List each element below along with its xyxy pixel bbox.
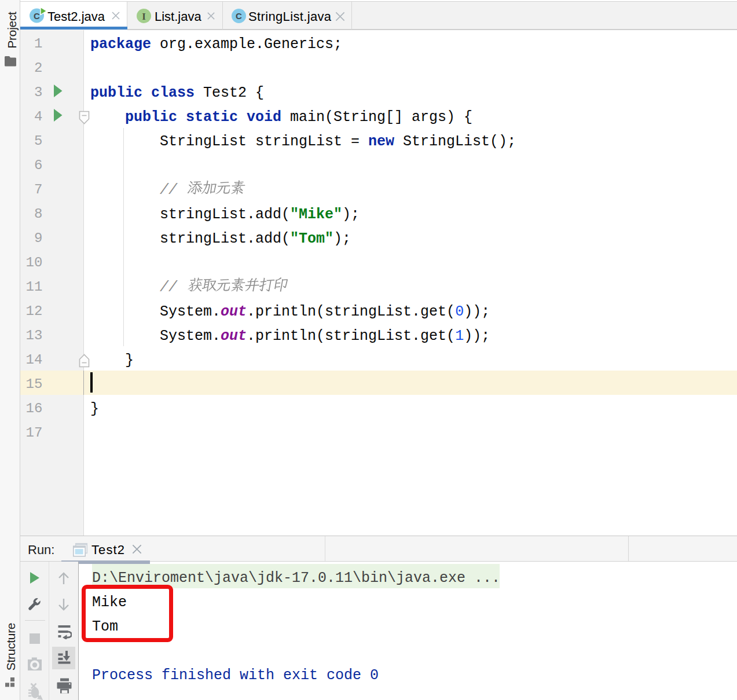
svg-text:C: C (236, 11, 242, 21)
svg-text:C: C (34, 11, 40, 21)
svg-text:I: I (142, 11, 146, 22)
